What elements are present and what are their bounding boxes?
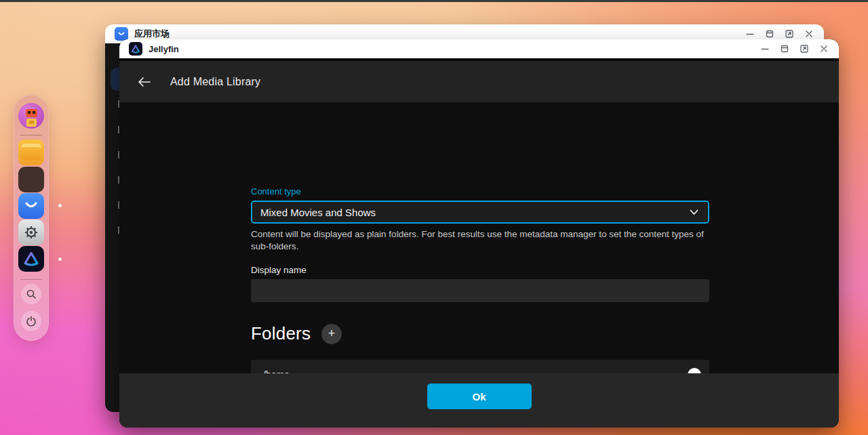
settings-gear-icon[interactable] bbox=[18, 220, 44, 245]
dock bbox=[14, 95, 49, 341]
plus-icon: + bbox=[328, 324, 336, 343]
add-media-library-header: Add Media Library bbox=[119, 61, 839, 102]
minimize-icon[interactable] bbox=[745, 28, 755, 39]
content-type-select[interactable]: Mixed Movies and Shows bbox=[251, 201, 709, 224]
content-type-selected-value: Mixed Movies and Shows bbox=[260, 207, 376, 218]
top-panel bbox=[0, 0, 868, 2]
page-title: Add Media Library bbox=[170, 76, 260, 88]
folders-heading: Folders bbox=[251, 323, 311, 344]
jellyfin-titlebar[interactable]: Jellyfin bbox=[119, 39, 839, 58]
app-store-icon[interactable] bbox=[18, 193, 44, 219]
jellyfin-window-title: Jellyfin bbox=[149, 44, 179, 54]
launcher-avatar-icon[interactable] bbox=[18, 103, 44, 129]
display-name-label: Display name bbox=[251, 265, 307, 275]
minimize-icon[interactable] bbox=[760, 43, 770, 54]
appmarket-app-icon bbox=[115, 27, 128, 41]
file-manager-icon[interactable] bbox=[18, 140, 44, 165]
maximize-icon[interactable] bbox=[779, 43, 790, 54]
maximize-icon[interactable] bbox=[764, 28, 775, 39]
dock-divider bbox=[20, 279, 42, 280]
ok-button[interactable]: Ok bbox=[427, 384, 532, 409]
appmarket-window-title: 应用市场 bbox=[134, 28, 170, 40]
detach-window-icon[interactable] bbox=[799, 43, 810, 54]
search-icon[interactable] bbox=[21, 284, 41, 304]
add-library-form: Content type Mixed Movies and Shows Cont… bbox=[119, 102, 839, 373]
power-icon[interactable] bbox=[21, 311, 41, 331]
appmarket-window-controls bbox=[745, 28, 814, 39]
detach-window-icon[interactable] bbox=[784, 28, 795, 39]
add-folder-button[interactable]: + bbox=[321, 324, 342, 344]
content-type-help-text: Content will be displayed as plain folde… bbox=[251, 228, 709, 253]
app-grid-icon[interactable] bbox=[18, 167, 44, 192]
content-type-label: Content type bbox=[251, 186, 301, 196]
dock-divider bbox=[20, 135, 42, 136]
close-icon[interactable] bbox=[804, 28, 814, 39]
chevron-down-icon bbox=[690, 209, 698, 215]
dialog-footer: Ok bbox=[119, 373, 839, 428]
jellyfin-dock-icon[interactable] bbox=[18, 246, 44, 272]
back-arrow-icon[interactable] bbox=[133, 70, 156, 94]
close-icon[interactable] bbox=[818, 43, 829, 54]
jellyfin-window-controls bbox=[760, 43, 829, 54]
desktop: 应用市场 bbox=[0, 0, 868, 435]
display-name-input[interactable] bbox=[251, 279, 709, 302]
running-indicator-app-store bbox=[58, 204, 62, 207]
running-indicator-jellyfin bbox=[58, 257, 62, 261]
jellyfin-window: Jellyfin Add Media Library Content type … bbox=[119, 39, 839, 428]
jellyfin-app-icon bbox=[129, 42, 142, 56]
